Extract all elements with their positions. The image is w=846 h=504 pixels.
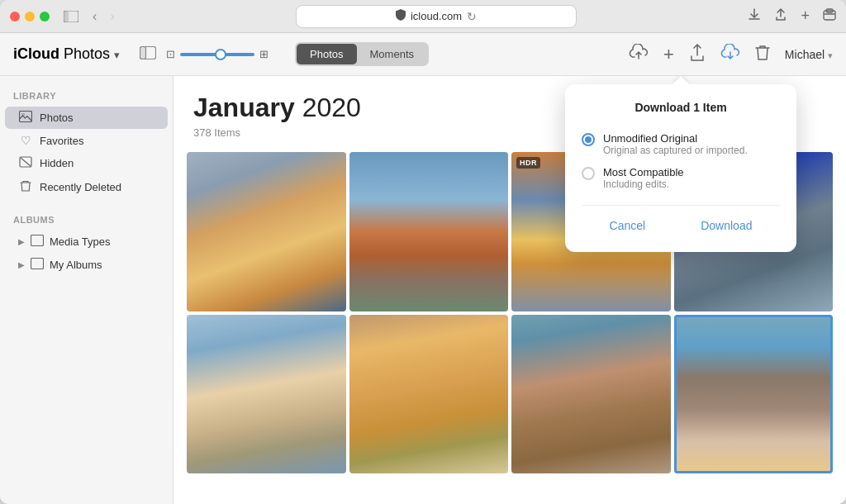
photo-7[interactable] (511, 315, 671, 474)
svg-rect-11 (31, 259, 44, 269)
sidebar-photos-label: Photos (40, 112, 73, 124)
photo-8[interactable] (674, 315, 834, 474)
sidebar-toggle-app[interactable] (140, 46, 156, 63)
hdr-badge: HDR (516, 157, 540, 169)
library-section-label: Library (0, 88, 173, 106)
url-text: icloud.com (411, 10, 462, 22)
photo-6[interactable] (349, 315, 509, 474)
option-unmodified-label: Unmodified Original (603, 132, 780, 145)
share-icon[interactable] (689, 44, 706, 65)
triangle-icon-media: ▶ (18, 237, 25, 246)
sidebar-favorites-label: Favorites (40, 135, 83, 147)
option-compatible-desc: Including edits. (603, 178, 780, 190)
tab-photos[interactable]: Photos (297, 44, 356, 64)
app-toolbar: iCloud Photos ▾ ⊡ ⊞ Photos Moments (0, 33, 846, 76)
shield-icon (396, 9, 406, 23)
forward-button[interactable]: › (107, 7, 117, 26)
app-title[interactable]: iCloud Photos ▾ (13, 45, 120, 63)
svg-rect-5 (140, 46, 146, 59)
back-button[interactable]: ‹ (89, 7, 100, 26)
photo-1[interactable] (187, 152, 346, 311)
option-unmodified[interactable]: Unmodified Original Original as captured… (582, 127, 780, 161)
browser-toolbar-right: + (748, 7, 836, 25)
radio-inner-unmodified (585, 136, 592, 143)
option-unmodified-desc: Original as captured or imported. (603, 145, 780, 156)
sidebar: Library Photos ♡ Favorites (0, 76, 173, 504)
hidden-icon (18, 156, 33, 170)
sidebar-my-albums-label: My Albums (50, 259, 102, 271)
popup-arrow (673, 76, 689, 84)
trash-icon[interactable] (755, 44, 770, 65)
media-types-icon (30, 235, 45, 249)
zoom-large-icon: ⊞ (259, 48, 269, 60)
add-browser-icon[interactable]: + (801, 7, 810, 25)
photo-5[interactable] (187, 315, 346, 474)
option-compatible-text: Most Compatible Including edits. (603, 166, 780, 190)
trash-sidebar-icon (18, 179, 33, 195)
sidebar-group-media-types[interactable]: ▶ Media Types (5, 231, 168, 253)
sidebar-item-recently-deleted[interactable]: Recently Deleted (5, 175, 168, 199)
sidebar-media-types-label: Media Types (50, 235, 110, 248)
zoom-control: ⊡ ⊞ (166, 48, 269, 60)
minimize-button[interactable] (25, 12, 35, 21)
favorites-icon: ♡ (18, 134, 33, 147)
sidebar-item-photos[interactable]: Photos (5, 107, 168, 129)
sidebar-hidden-label: Hidden (40, 157, 74, 169)
content-area: January 2020 378 Items HDR Download 1 I (173, 76, 846, 504)
download-popup: Download 1 Item Unmodified Original Orig… (565, 84, 796, 252)
cancel-button[interactable]: Cancel (593, 216, 663, 235)
app-actions: + Michael ▾ (629, 44, 833, 65)
svg-line-9 (21, 158, 31, 166)
download-button[interactable]: Download (684, 216, 768, 235)
popup-divider (582, 205, 780, 206)
download-browser-icon[interactable] (748, 8, 761, 25)
zoom-slider[interactable] (180, 53, 254, 56)
popup-actions: Cancel Download (582, 216, 780, 235)
radio-compatible[interactable] (582, 167, 595, 180)
add-icon[interactable]: + (663, 45, 674, 64)
sidebar-group-my-albums[interactable]: ▶ My Albums (5, 254, 168, 276)
view-tabs: Photos Moments (295, 42, 429, 66)
close-button[interactable] (10, 12, 20, 21)
option-unmodified-text: Unmodified Original Original as captured… (603, 132, 780, 156)
my-albums-icon (30, 258, 45, 272)
photo-2[interactable] (349, 152, 509, 311)
upload-icon[interactable] (629, 44, 649, 65)
traffic-lights (10, 12, 50, 21)
popup-title: Download 1 Item (582, 101, 780, 114)
svg-rect-10 (31, 235, 44, 246)
zoom-small-icon: ⊡ (166, 48, 175, 60)
radio-unmodified[interactable] (582, 133, 595, 146)
reload-icon[interactable]: ↻ (467, 10, 477, 23)
share-browser-icon[interactable] (774, 8, 787, 25)
option-compatible-label: Most Compatible (603, 166, 780, 178)
sidebar-item-favorites[interactable]: ♡ Favorites (5, 130, 168, 151)
address-bar[interactable]: icloud.com ↻ (296, 5, 577, 28)
address-bar-container: icloud.com ↻ (131, 5, 742, 28)
app-body: Library Photos ♡ Favorites (0, 76, 846, 504)
svg-rect-1 (64, 11, 69, 22)
download-cloud-icon[interactable] (720, 44, 740, 65)
browser-sidebar-toggle[interactable] (63, 10, 79, 23)
nav-buttons: ‹ › (89, 7, 118, 26)
browser-title-bar: ‹ › icloud.com ↻ (0, 0, 846, 33)
photos-icon (18, 111, 33, 125)
albums-section-label: Albums (0, 212, 173, 230)
sidebar-recently-deleted-label: Recently Deleted (40, 181, 121, 193)
triangle-icon-albums: ▶ (18, 260, 25, 269)
sidebar-item-hidden[interactable]: Hidden (5, 152, 168, 174)
fullscreen-button[interactable] (40, 12, 50, 21)
option-compatible[interactable]: Most Compatible Including edits. (582, 161, 780, 195)
tab-moments[interactable]: Moments (357, 44, 427, 64)
tab-overview-icon[interactable] (823, 8, 836, 25)
user-menu[interactable]: Michael ▾ (785, 48, 833, 61)
